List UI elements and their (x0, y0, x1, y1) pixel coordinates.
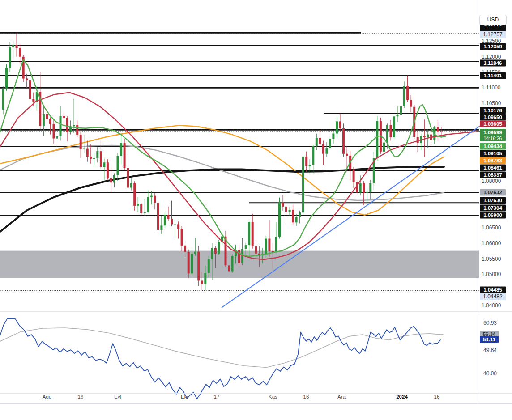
time-tick[interactable]: Eki (181, 394, 188, 399)
rsi-tick[interactable]: 40.00 (483, 370, 497, 377)
price-tick[interactable]: 1.08000 (482, 178, 505, 184)
price-tag: 1.08783 (480, 157, 506, 164)
price-tag: 1.07304 (480, 205, 506, 212)
ma-green-line[interactable] (0, 60, 445, 256)
time-tick[interactable]: 2024 (396, 394, 408, 399)
price-tick[interactable]: 1.12000 (482, 54, 505, 60)
price-tag: 1.07632 (480, 189, 506, 196)
time-tick[interactable]: Eyl (114, 394, 121, 399)
price-tag: 1.09434 (480, 143, 506, 150)
price-tag: 1.09105 (480, 150, 506, 157)
high-value: 1.12757 (480, 31, 506, 38)
time-tick[interactable]: Kas (269, 394, 277, 399)
price-tag: 1.08461 (480, 165, 506, 171)
currency-unit-button[interactable]: USD (479, 15, 507, 25)
rsi-tick[interactable]: 60.93 (483, 320, 497, 326)
price-tag: 1.04485 (480, 287, 506, 293)
low-value: 1.04482 (480, 293, 506, 300)
price-tag: 1.11846 (480, 60, 506, 67)
price-tick[interactable]: 1.06500 (482, 225, 505, 231)
price-tick[interactable]: 1.10500 (482, 100, 505, 106)
price-tag: 1.11401 (480, 72, 506, 79)
price-tag: 1.08337 (480, 172, 506, 178)
price-tag: 1.07630 (480, 197, 506, 204)
time-tick[interactable]: 17 (214, 394, 220, 399)
price-tag: 1.12771 (480, 25, 506, 31)
rsi-tick[interactable]: 49.64 (483, 347, 497, 353)
time-tick[interactable]: Ağu (43, 394, 51, 399)
price-tag: 1.09605 (480, 121, 506, 127)
trendline[interactable] (222, 124, 482, 308)
price-tick[interactable]: 1.05000 (482, 271, 505, 277)
rsi-tag: 54.11 (480, 336, 499, 343)
current-price-tag: 1.0959914:16:26 (480, 129, 506, 141)
price-tick[interactable]: 1.04000 (482, 302, 505, 309)
rsi-line[interactable] (0, 319, 440, 399)
candlestick-chart-canvas[interactable] (0, 0, 512, 420)
rsi-ma-line[interactable] (0, 328, 443, 368)
trading-chart-window: 1.125001.120001.115001.110001.105001.080… (0, 0, 512, 420)
price-tick[interactable]: 1.06000 (482, 240, 505, 246)
price-tag: 1.10176 (480, 107, 506, 114)
price-tick[interactable]: 1.11000 (482, 85, 505, 91)
price-tag: 1.09650 (480, 114, 506, 121)
time-tick[interactable]: 16 (78, 394, 84, 399)
price-tag: 1.12359 (480, 43, 506, 50)
time-tick[interactable]: 16 (434, 394, 440, 399)
price-tick[interactable]: 1.05500 (482, 256, 505, 262)
time-tick[interactable]: 16 (303, 394, 309, 399)
time-tick[interactable]: Ara (337, 394, 346, 399)
price-tag: 1.06900 (480, 212, 506, 219)
